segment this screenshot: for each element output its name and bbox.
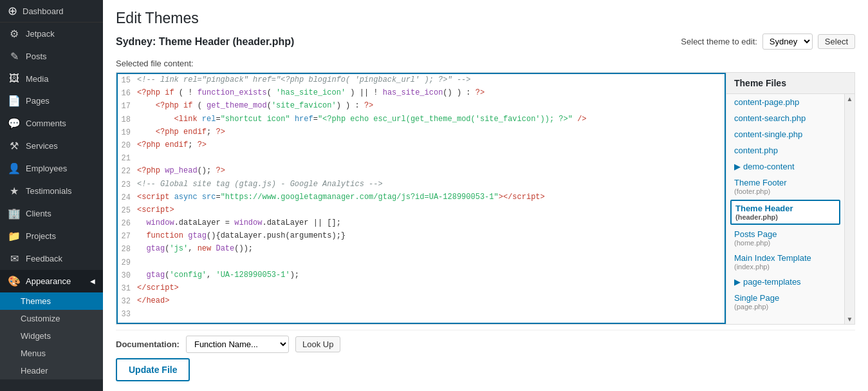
- folder-icon: ▶: [734, 162, 741, 171]
- sidebar-item-services[interactable]: ⚒ Services: [0, 135, 103, 157]
- code-container[interactable]: 15<!-- link rel="pingback" href="<?php b…: [116, 73, 726, 324]
- testimonials-icon: ★: [8, 185, 21, 197]
- line-number: 29: [118, 256, 137, 269]
- sidebar-item-feedback[interactable]: ✉ Feedback: [0, 247, 103, 270]
- sidebar-item-themes[interactable]: Themes: [0, 292, 103, 310]
- code-line: 30 gtag('config', 'UA-128990053-1');: [118, 269, 725, 282]
- line-content: <script async src="https://www.googletag…: [137, 191, 545, 204]
- theme-files-scrollbar[interactable]: ▲ ▼: [844, 94, 854, 324]
- line-content: <!-- Global site tag (gtag.js) - Google …: [137, 178, 383, 191]
- code-line: 27 function gtag(){dataLayer.push(argume…: [118, 230, 725, 243]
- sidebar-item-header[interactable]: Header: [0, 362, 103, 379]
- line-number: 26: [118, 217, 137, 230]
- sidebar-item-projects[interactable]: 📁 Projects: [0, 225, 103, 247]
- theme-files-panel: Theme Files content-page.phpcontent-sear…: [726, 73, 854, 324]
- theme-file-item-theme-header[interactable]: Theme Header(header.php): [730, 200, 840, 225]
- line-content: <?php if ( ! function_exists( 'has_site_…: [137, 87, 485, 99]
- code-line: 31</script>: [118, 282, 725, 295]
- code-line: 18 <link rel="shortcut icon" href="<?php…: [118, 113, 725, 126]
- code-line: 21: [118, 152, 725, 165]
- line-content: gtag('js', new Date());: [137, 243, 253, 255]
- theme-file-item-page-templates[interactable]: ▶page-templates: [726, 274, 844, 290]
- tf-subtext: (index.php): [734, 263, 836, 271]
- code-line: 33: [118, 308, 725, 321]
- scroll-up-icon[interactable]: ▲: [847, 95, 853, 102]
- tf-subtext: (footer.php): [734, 187, 836, 195]
- sidebar-item-customize[interactable]: Customize: [0, 310, 103, 327]
- line-content: </script>: [137, 282, 179, 294]
- line-content: <body <?php body_class(); ?>>: [137, 321, 272, 324]
- line-number: 32: [118, 295, 137, 308]
- code-line: 23<!-- Global site tag (gtag.js) - Googl…: [118, 178, 725, 191]
- employees-icon: 👤: [8, 162, 21, 175]
- theme-file-item-single-page[interactable]: Single Page(page.php): [726, 290, 844, 314]
- theme-file-item-content-search[interactable]: content-search.php: [726, 110, 844, 126]
- code-line: 24<script async src="https://www.googlet…: [118, 191, 725, 204]
- lookup-button[interactable]: Look Up: [295, 336, 340, 352]
- dashboard-link[interactable]: Dashboard: [23, 6, 64, 16]
- line-content: </head>: [137, 295, 169, 307]
- theme-select[interactable]: Sydney: [762, 33, 813, 50]
- tf-subtext: (home.php): [734, 239, 836, 247]
- sidebar-item-posts[interactable]: ✎ Posts: [0, 45, 103, 68]
- comments-icon: 💬: [8, 117, 21, 129]
- sidebar-item-pages[interactable]: 📄 Pages: [0, 90, 103, 112]
- tf-subtext: (page.php): [734, 303, 836, 310]
- theme-files-scroll-wrapper: content-page.phpcontent-search.phpconten…: [726, 94, 854, 324]
- line-number: 24: [118, 191, 137, 204]
- sidebar-item-testimonials[interactable]: ★ Testimonials: [0, 180, 103, 202]
- sidebar-item-media[interactable]: 🖼 Media: [0, 68, 103, 90]
- line-content: gtag('config', 'UA-128990053-1');: [137, 269, 299, 281]
- line-content: window.dataLayer = window.dataLayer || […: [137, 217, 341, 229]
- sidebar-item-clients[interactable]: 🏢 Clients: [0, 202, 103, 225]
- line-content: <!-- link rel="pingback" href="<?php blo…: [137, 74, 470, 86]
- code-line: 25<script>: [118, 204, 725, 217]
- update-file-button[interactable]: Update File: [116, 358, 190, 381]
- code-line: 28 gtag('js', new Date());: [118, 243, 725, 256]
- line-number: 19: [118, 126, 137, 139]
- line-number: 30: [118, 269, 137, 282]
- sidebar-item-jetpack[interactable]: ⚙ Jetpack: [0, 23, 103, 45]
- theme-file-item-content[interactable]: content.php: [726, 142, 844, 158]
- line-number: 18: [118, 113, 137, 126]
- code-line: 16<?php if ( ! function_exists( 'has_sit…: [118, 87, 725, 100]
- theme-files-header: Theme Files: [726, 73, 854, 94]
- line-number: 25: [118, 204, 137, 217]
- theme-file-item-main-index[interactable]: Main Index Template(index.php): [726, 250, 844, 274]
- sidebar-item-appearance[interactable]: 🎨 Appearance ◀: [0, 270, 103, 292]
- theme-file-item-content-page[interactable]: content-page.php: [726, 94, 844, 110]
- selected-file-label: Selected file content:: [116, 56, 855, 72]
- line-content: <?php endif; ?>: [137, 126, 225, 138]
- theme-file-item-posts-page[interactable]: Posts Page(home.php): [726, 226, 844, 250]
- sidebar-item-widgets[interactable]: Widgets: [0, 327, 103, 345]
- theme-file-item-theme-footer[interactable]: Theme Footer(footer.php): [726, 175, 844, 198]
- theme-file-item-demo-content[interactable]: ▶demo-content: [726, 158, 844, 175]
- line-number: 28: [118, 243, 137, 256]
- sidebar-item-comments[interactable]: 💬 Comments: [0, 112, 103, 135]
- main-content: Edit Themes Sydney: Theme Header (header…: [103, 0, 868, 391]
- sidebar-item-menus[interactable]: Menus: [0, 345, 103, 362]
- doc-select[interactable]: Function Name...: [186, 336, 289, 353]
- line-number: 34: [118, 321, 137, 324]
- code-line: 19 <?php endif; ?>: [118, 126, 725, 139]
- code-line: 15<!-- link rel="pingback" href="<?php b…: [118, 74, 725, 87]
- select-theme-button[interactable]: Select: [818, 34, 855, 49]
- code-editor[interactable]: 15<!-- link rel="pingback" href="<?php b…: [116, 73, 726, 324]
- line-number: 16: [118, 87, 137, 100]
- line-content: <?php endif; ?>: [137, 139, 207, 151]
- media-icon: 🖼: [8, 73, 21, 84]
- line-number: 15: [118, 74, 137, 87]
- code-line: 34<body <?php body_class(); ?>>: [118, 321, 725, 324]
- editor-layout: 15<!-- link rel="pingback" href="<?php b…: [116, 72, 855, 325]
- clients-icon: 🏢: [8, 207, 21, 220]
- select-theme-label: Select theme to edit:: [681, 37, 757, 46]
- scroll-down-icon[interactable]: ▼: [847, 316, 853, 323]
- wp-logo-icon: ⊕: [8, 4, 17, 18]
- file-title: Sydney: Theme Header (header.php): [116, 36, 294, 48]
- jetpack-icon: ⚙: [8, 28, 21, 40]
- feedback-icon: ✉: [8, 253, 21, 265]
- sidebar-item-employees[interactable]: 👤 Employees: [0, 157, 103, 180]
- theme-files-list: content-page.phpcontent-search.phpconten…: [726, 94, 844, 324]
- theme-file-item-content-single[interactable]: content-single.php: [726, 126, 844, 142]
- code-line: 26 window.dataLayer = window.dataLayer |…: [118, 217, 725, 230]
